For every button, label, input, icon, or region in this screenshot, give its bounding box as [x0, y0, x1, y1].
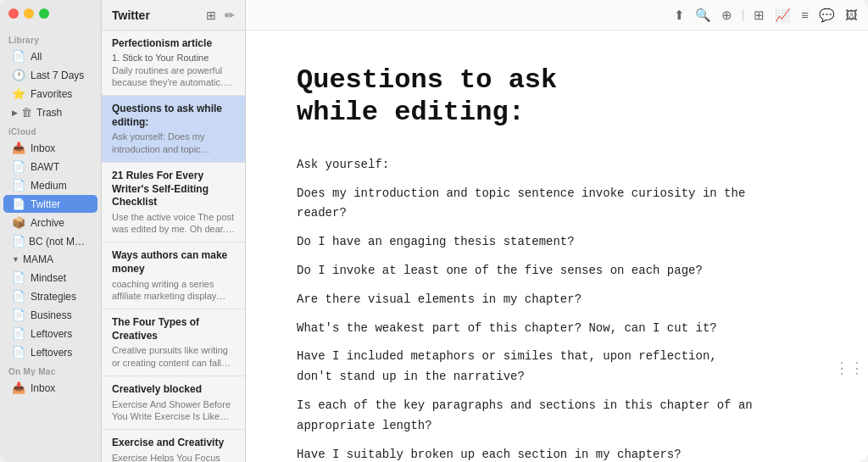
article-preview: Use the active voice The post was edited… — [112, 211, 235, 236]
star-icon: ⭐ — [12, 87, 25, 100]
sidebar-item-label-archive: Archive — [31, 217, 64, 229]
sidebar-item-twitter[interactable]: 📄 Twitter — [3, 195, 97, 213]
compose-icon[interactable]: ✏ — [225, 8, 235, 22]
doc-line: Are there visual elements in my chapter? — [297, 290, 788, 310]
sidebar-item-label-inbox: Inbox — [31, 142, 55, 154]
article-item-exercise[interactable]: Exercise and Creativity Exercise Helps Y… — [102, 430, 245, 462]
sidebar-item-inbox[interactable]: 📥 Inbox — [3, 139, 97, 157]
twitter-doc-icon: 📄 — [12, 198, 25, 210]
view-columns-icon[interactable]: ⊞ — [754, 8, 765, 23]
document-title: Questions to askwhile editing: — [297, 64, 788, 130]
article-list-actions: ⊞ ✏ — [206, 8, 235, 22]
article-item-creatives[interactable]: The Four Types of Creatives Creative pur… — [102, 309, 245, 376]
doc-line: What's the weakest part of this chapter?… — [297, 319, 788, 339]
sidebar-item-strategies[interactable]: 📄 Strategies — [3, 287, 97, 305]
article-item-money[interactable]: Ways authors can make money coaching wri… — [102, 242, 245, 309]
sidebar-item-medium[interactable]: 📄 Medium — [3, 176, 97, 194]
document-area: Questions to askwhile editing: Ask yours… — [246, 31, 839, 462]
doc-line: Do I have an engaging thesis statement? — [297, 232, 788, 253]
article-preview: Creative pursuits like writing or creati… — [112, 344, 235, 369]
chevron-icon: ▶ — [12, 109, 18, 117]
comment-icon[interactable]: 💬 — [819, 8, 835, 23]
chart-icon[interactable]: 📈 — [775, 8, 791, 23]
scroll-indicator: ⋮⋮ — [834, 359, 865, 377]
doc-line: Have I included metaphors or similes tha… — [297, 347, 788, 387]
article-title: Creatively blocked — [112, 383, 235, 397]
sidebar-item-label-mindset: Mindset — [31, 272, 66, 284]
sidebar-item-leftovers1[interactable]: 📄 Leftovers — [3, 325, 97, 342]
toolbar-separator — [743, 9, 743, 21]
article-item-blocked[interactable]: Creatively blocked Exercise And Shower B… — [102, 376, 245, 430]
article-item-perfectionism[interactable]: Perfectionism article 1. Stick to Your R… — [102, 31, 245, 96]
article-title: Exercise and Creativity — [112, 437, 235, 450]
inbox-icon: 📥 — [12, 142, 25, 154]
sidebar-item-leftovers2[interactable]: 📄 Leftovers — [3, 343, 97, 361]
sidebar-item-business[interactable]: 📄 Business — [3, 306, 97, 324]
sidebar-item-label-leftovers1: Leftovers — [31, 328, 72, 340]
sidebar-item-trash[interactable]: ▶ 🗑 Trash — [3, 103, 97, 121]
archive-icon: 📦 — [12, 216, 25, 229]
sidebar-item-favorites[interactable]: ⭐ Favorites — [3, 85, 97, 103]
article-title: Ways authors can make money — [112, 249, 235, 276]
sidebar-item-label-twitter: Twitter — [31, 198, 60, 210]
sidebar-item-label-all: All — [31, 51, 42, 63]
article-item-21rules[interactable]: 21 Rules For Every Writer's Self-Editing… — [102, 163, 245, 242]
onmymac-section-label: On My Mac — [0, 362, 101, 378]
article-preview: Exercise Helps You Focus Exercise and cr… — [112, 452, 235, 462]
sidebar-item-label-trash: Trash — [36, 107, 62, 119]
article-preview: Ask yourself: Does my introduction and t… — [112, 131, 235, 155]
sidebar-item-bc[interactable]: 📄 BC (not MAMA) — [3, 232, 97, 250]
strategies-icon: 📄 — [12, 290, 25, 303]
document-body: Ask yourself: Does my introduction and t… — [297, 155, 788, 462]
medium-icon: 📄 — [12, 179, 25, 192]
all-icon: 📄 — [12, 50, 25, 63]
business-icon: 📄 — [12, 309, 25, 321]
article-preview: coaching writing a series affiliate mark… — [112, 278, 235, 303]
sidebar-item-label-favorites: Favorites — [31, 88, 72, 100]
sidebar-item-archive[interactable]: 📦 Archive — [3, 214, 97, 231]
doc-line: Do I invoke at least one of the five sen… — [297, 261, 788, 281]
leftovers2-icon: 📄 — [12, 346, 25, 359]
article-preview: Exercise And Shower Before You Write Exe… — [112, 398, 235, 423]
window-controls — [8, 8, 49, 19]
article-title: 21 Rules For Every Writer's Self-Editing… — [112, 170, 235, 209]
maximize-button[interactable] — [39, 8, 49, 19]
sidebar-item-label-business: Business — [31, 309, 72, 321]
search-icon[interactable]: 🔍 — [695, 8, 711, 23]
sidebar-item-mac-inbox[interactable]: 📥 Inbox — [3, 379, 97, 397]
article-title: The Four Types of Creatives — [112, 316, 235, 342]
sidebar-item-mindset[interactable]: 📄 Mindset — [3, 269, 97, 287]
sidebar-item-label-mac-inbox: Inbox — [31, 382, 55, 394]
clock-icon: 🕐 — [12, 69, 25, 81]
article-item-questions[interactable]: Questions to ask while editing: Ask your… — [102, 96, 245, 163]
library-section-label: Library — [0, 31, 101, 47]
close-button[interactable] — [8, 8, 19, 19]
article-preview: Daily routines are powerful because they… — [112, 64, 235, 89]
help-icon[interactable]: ⊕ — [721, 8, 732, 23]
main-content: ⬆ 🔍 ⊕ ⊞ 📈 ≡ 💬 🖼 Questions to askwhile ed… — [246, 0, 868, 462]
sidebar: Library 📄 All 🕐 Last 7 Days ⭐ Favorites … — [0, 0, 102, 462]
doc-line: Have I suitably broken up each section i… — [297, 445, 788, 462]
trash-icon: 🗑 — [21, 106, 33, 119]
columns-toggle-icon[interactable]: ⊞ — [206, 8, 216, 22]
sidebar-item-label-bawt: BAWT — [31, 161, 59, 173]
image-icon[interactable]: 🖼 — [845, 8, 858, 22]
sidebar-item-last7[interactable]: 🕐 Last 7 Days — [3, 66, 97, 84]
main-toolbar: ⬆ 🔍 ⊕ ⊞ 📈 ≡ 💬 🖼 — [246, 0, 868, 31]
icloud-section-label: iCloud — [0, 122, 101, 138]
list-view-icon[interactable]: ≡ — [801, 8, 809, 22]
sidebar-item-label-medium: Medium — [31, 180, 67, 192]
minimize-button[interactable] — [24, 8, 34, 19]
share-icon[interactable]: ⬆ — [674, 8, 685, 23]
article-subtitle: 1. Stick to Your Routine — [112, 53, 235, 63]
bc-icon: 📄 — [12, 235, 24, 248]
sidebar-item-label-strategies: Strategies — [31, 291, 76, 303]
mama-chevron-icon: ▼ — [12, 255, 19, 264]
sidebar-group-mama[interactable]: ▼ MAMA — [3, 251, 97, 268]
sidebar-item-bawt[interactable]: 📄 BAWT — [3, 158, 97, 175]
doc-line: Is each of the key paragraphs and sectio… — [297, 396, 788, 437]
article-title: Perfectionism article — [112, 37, 235, 51]
sidebar-item-all[interactable]: 📄 All — [3, 47, 97, 65]
article-list: Twitter ⊞ ✏ Perfectionism article 1. Sti… — [102, 0, 246, 462]
mac-inbox-icon: 📥 — [12, 381, 25, 394]
